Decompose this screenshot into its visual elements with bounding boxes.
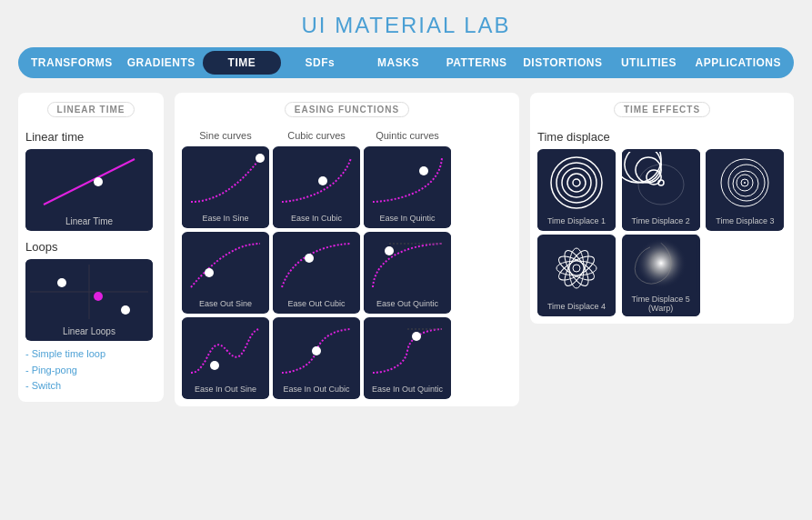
svg-point-44 <box>744 182 746 184</box>
svg-point-10 <box>256 154 265 163</box>
svg-point-14 <box>210 361 219 370</box>
svg-point-2 <box>94 177 103 186</box>
time-displace-1-label: Time Displace 1 <box>537 214 616 229</box>
svg-rect-29 <box>537 152 616 214</box>
ease-in-quintic-card[interactable]: Ease In Quintic <box>364 146 451 228</box>
sine-col: Sine curves Ease In Sine <box>182 130 269 399</box>
loops-links: - Simple time loop - Ping-pong - Switch <box>25 346 156 395</box>
nav-distortions[interactable]: DISTORTIONS <box>516 51 609 75</box>
time-effects-label: TIME EFFECTS <box>614 102 710 117</box>
time-effects-panel: TIME EFFECTS Time displace Time Displa <box>530 93 794 406</box>
time-displace-title: Time displace <box>537 130 787 144</box>
ease-out-cubic-label: Ease Out Cubic <box>273 296 360 312</box>
ease-in-out-sine-label: Ease In Out Sine <box>182 382 269 397</box>
time-displace-2-card[interactable]: Time Displace 2 <box>622 149 700 231</box>
easing-columns: Sine curves Ease In Sine <box>182 130 512 399</box>
nav-time[interactable]: TIME <box>203 51 281 75</box>
loops-card[interactable]: Linear Loops <box>25 259 153 341</box>
ease-in-sine-card[interactable]: Ease In Sine <box>182 146 269 228</box>
time-displace-2-label: Time Displace 2 <box>622 214 700 229</box>
quintic-header: Quintic curves <box>364 130 451 141</box>
main-content: LINEAR TIME Linear time Linear Time Loop… <box>0 93 812 406</box>
ease-out-sine-label: Ease Out Sine <box>182 296 269 312</box>
svg-rect-45 <box>537 237 616 299</box>
linear-time-section: LINEAR TIME Linear time Linear Time Loop… <box>18 93 164 402</box>
nav-masks[interactable]: MASKS <box>359 51 437 75</box>
nav-gradients[interactable]: GRADIENTS <box>120 51 203 75</box>
quintic-col: Quintic curves Ease In Quintic <box>364 130 451 399</box>
nav-applications[interactable]: APPLICATIONS <box>688 51 788 75</box>
app-title: UI MATERIAL LAB <box>0 13 812 38</box>
nav-utilities[interactable]: UTILITIES <box>609 51 687 75</box>
header: UI MATERIAL LAB <box>0 0 812 47</box>
loops-title: Loops <box>25 240 156 254</box>
time-displace-4-label: Time Displace 4 <box>537 299 616 315</box>
svg-point-24 <box>385 246 394 255</box>
ease-in-sine-label: Ease In Sine <box>182 211 269 226</box>
ease-out-cubic-card[interactable]: Ease Out Cubic <box>273 232 360 314</box>
time-effects-grid: Time Displace 1 Time Di <box>537 149 787 316</box>
ease-in-cubic-label: Ease In Cubic <box>273 211 360 226</box>
svg-point-12 <box>205 268 214 277</box>
easing-panel: EASING FUNCTIONS Sine curves Ease In Sin… <box>175 93 519 406</box>
ease-in-out-sine-card[interactable]: Ease In Out Sine <box>182 317 269 399</box>
left-panel: LINEAR TIME Linear time Linear Time Loop… <box>18 93 164 406</box>
svg-point-20 <box>312 346 321 355</box>
ease-out-quintic-label: Ease Out Quintic <box>364 296 451 312</box>
nav-sdfs[interactable]: SDFs <box>281 51 359 75</box>
link-switch[interactable]: - Switch <box>25 378 156 395</box>
svg-rect-17 <box>273 235 360 296</box>
ease-in-quintic-label: Ease In Quintic <box>364 211 451 226</box>
cubic-col: Cubic curves Ease In Cubic <box>273 130 360 399</box>
link-simple[interactable]: - Simple time loop <box>25 346 156 363</box>
svg-point-6 <box>57 278 66 287</box>
link-pingpong[interactable]: - Ping-pong <box>25 363 156 379</box>
svg-point-22 <box>419 166 428 175</box>
time-effects-section: TIME EFFECTS Time displace Time Displa <box>530 93 794 324</box>
easing-section: EASING FUNCTIONS Sine curves Ease In Sin… <box>175 93 519 406</box>
ease-out-sine-card[interactable]: Ease Out Sine <box>182 232 269 314</box>
nav-bar: TRANSFORMS GRADIENTS TIME SDFs MASKS PAT… <box>18 47 794 78</box>
time-displace-5-card[interactable]: Time Displace 5(Warp) <box>622 235 700 316</box>
ease-in-out-quintic-card[interactable]: Ease In Out Quintic <box>364 317 451 399</box>
svg-point-27 <box>412 332 421 341</box>
time-displace-5-label: Time Displace 5(Warp) <box>622 292 700 316</box>
loops-card-label: Linear Loops <box>25 324 153 340</box>
ease-out-quintic-card[interactable]: Ease Out Quintic <box>364 232 451 314</box>
linear-time-card[interactable]: Linear Time <box>25 149 153 231</box>
svg-point-18 <box>305 254 314 263</box>
svg-point-8 <box>121 305 130 315</box>
time-displace-4-card[interactable]: Time Displace 4 <box>537 235 616 316</box>
linear-time-card-label: Linear Time <box>25 214 153 230</box>
ease-in-out-cubic-label: Ease In Out Cubic <box>273 382 360 397</box>
svg-point-7 <box>94 292 103 301</box>
ease-in-out-quintic-label: Ease In Out Quintic <box>364 382 451 397</box>
time-displace-3-card[interactable]: Time Displace 3 <box>706 149 784 231</box>
svg-point-16 <box>318 176 327 185</box>
ease-in-cubic-card[interactable]: Ease In Cubic <box>273 146 360 228</box>
time-displace-1-card[interactable]: Time Displace 1 <box>537 149 616 231</box>
linear-time-label: LINEAR TIME <box>47 102 135 117</box>
ease-in-out-cubic-card[interactable]: Ease In Out Cubic <box>273 317 360 399</box>
nav-patterns[interactable]: PATTERNS <box>437 51 516 75</box>
sine-header: Sine curves <box>182 130 269 141</box>
nav-transforms[interactable]: TRANSFORMS <box>24 51 120 75</box>
easing-label: EASING FUNCTIONS <box>285 102 409 117</box>
cubic-header: Cubic curves <box>273 130 360 141</box>
linear-title: Linear time <box>25 130 156 144</box>
time-displace-3-label: Time Displace 3 <box>706 214 784 229</box>
